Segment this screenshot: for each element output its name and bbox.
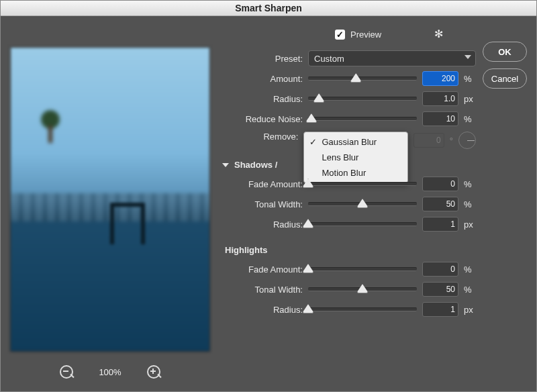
zoom-level[interactable]: 100% [99, 367, 121, 377]
amount-unit: % [464, 74, 476, 84]
reduce-noise-slider[interactable] [308, 117, 417, 121]
preview-checkbox[interactable]: ✓ [335, 30, 345, 40]
preview-image[interactable] [10, 47, 210, 352]
radius-label: Radius: [221, 94, 303, 104]
remove-option-lens[interactable]: Lens Blur [304, 150, 407, 165]
highlights-fade-slider[interactable] [308, 267, 417, 271]
shadows-radius-input[interactable]: 1 [422, 217, 458, 232]
shadows-tonal-input[interactable]: 50 [422, 197, 458, 211]
radius-input[interactable]: 1.0 [422, 91, 458, 106]
highlights-tonal-input[interactable]: 50 [422, 282, 458, 297]
highlights-header: Highlights [225, 245, 527, 255]
shadows-fade-input[interactable]: 0 [422, 177, 458, 191]
zoom-out-icon[interactable] [60, 365, 73, 379]
remove-option-gaussian[interactable]: ✓Gaussian Blur [304, 134, 407, 150]
preset-select[interactable]: Custom [308, 50, 476, 66]
highlights-tonal-label: Tonal Width: [221, 285, 303, 295]
highlights-radius-label: Radius: [221, 305, 303, 315]
amount-input[interactable]: 200 [422, 71, 458, 86]
highlights-tonal-slider[interactable] [308, 287, 417, 291]
angle-unit: ° [450, 136, 453, 146]
remove-option-motion[interactable]: Motion Blur [304, 165, 407, 181]
shadows-radius-label: Radius: [221, 219, 303, 230]
highlights-fade-input[interactable]: 0 [422, 262, 458, 277]
preview-label: Preview [350, 30, 381, 40]
remove-label: Remove: [221, 132, 298, 142]
highlights-radius-input[interactable]: 1 [422, 302, 458, 317]
shadows-radius-slider[interactable] [308, 222, 417, 226]
chevron-down-icon [465, 55, 471, 59]
reduce-noise-unit: % [464, 114, 476, 124]
highlights-radius-slider[interactable] [308, 307, 417, 311]
angle-input[interactable]: 0 [413, 133, 444, 148]
remove-dropdown[interactable]: ✓Gaussian Blur Lens Blur Motion Blur [303, 132, 407, 183]
shadows-tonal-label: Tonal Width: [221, 199, 303, 209]
preset-label: Preset: [221, 54, 303, 64]
dialog-title: Smart Sharpen [1, 1, 536, 16]
shadows-tonal-slider[interactable] [308, 202, 417, 206]
zoom-bar: 100% [10, 352, 210, 381]
angle-dial[interactable] [458, 132, 476, 149]
shadows-fade-label: Fade Amount: [221, 179, 303, 189]
reduce-noise-label: Reduce Noise: [221, 114, 303, 124]
amount-label: Amount: [221, 74, 303, 84]
smart-sharpen-dialog: Smart Sharpen 100% OK Cancel ✓ Preview [0, 0, 537, 392]
radius-unit: px [464, 94, 476, 104]
amount-slider[interactable] [308, 77, 417, 81]
shadows-fade-slider[interactable] [308, 182, 417, 186]
cancel-button[interactable]: Cancel [483, 68, 527, 89]
highlights-fade-label: Fade Amount: [221, 264, 303, 275]
radius-slider[interactable] [308, 97, 417, 101]
reduce-noise-input[interactable]: 10 [422, 111, 458, 126]
zoom-in-icon[interactable] [147, 365, 160, 379]
ok-button[interactable]: OK [483, 42, 527, 62]
disclosure-icon [222, 163, 229, 167]
gear-icon[interactable]: ✻ [434, 29, 445, 40]
